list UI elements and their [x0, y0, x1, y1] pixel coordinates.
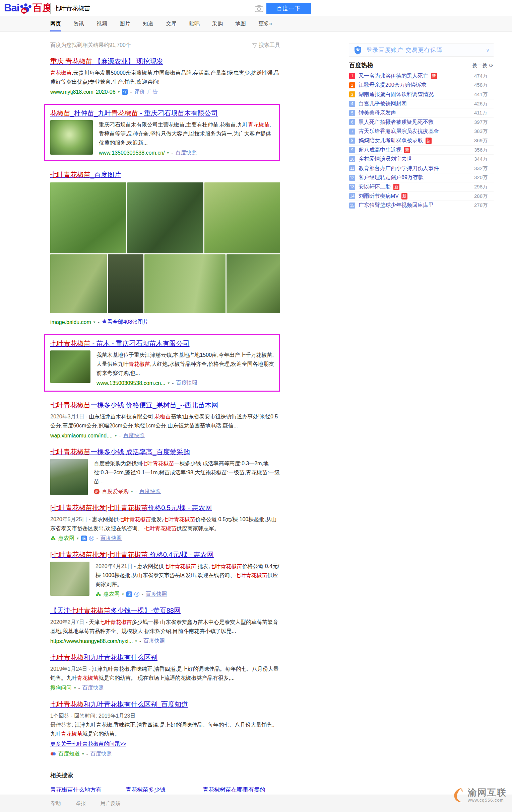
tab-9[interactable]: 更多»: [258, 21, 272, 31]
result-thumbnail[interactable]: [50, 459, 88, 495]
hot-list-item[interactable]: 11教育部督办广西小学持刀伤人事件332万: [349, 164, 493, 173]
hot-list-item[interactable]: 5钟美美母亲发声411万: [349, 109, 493, 118]
hot-list-refresh[interactable]: 换一换 ⟳: [473, 62, 493, 68]
dropdown-arrow-icon[interactable]: ▾: [167, 151, 169, 155]
hot-item-link[interactable]: 乡村爱情演员刘宇去世: [358, 156, 412, 163]
hot-list-item[interactable]: 4白宫几乎被铁网封闭426万: [349, 99, 493, 109]
baidu-snapshot-link[interactable]: 百度快照: [101, 535, 122, 542]
baidu-snapshot-link[interactable]: 百度快照: [175, 149, 197, 156]
hot-item-link[interactable]: 黑人死亡拍摄者被质疑见死不救: [358, 119, 434, 126]
baidu-snapshot-link[interactable]: 评价: [134, 88, 145, 95]
result-title-link[interactable]: 花椒苗_杜仲苗_九叶青花椒苗 - 重庆刁石坝苗木有限公司: [50, 109, 218, 117]
hot-item-link[interactable]: 白宫几乎被铁网封闭: [358, 100, 407, 108]
hot-list-item[interactable]: 1又一名为弗洛伊德的黑人死亡新474万: [349, 71, 493, 81]
hot-list-item[interactable]: 13安以轩怀二胎新298万: [349, 182, 493, 192]
hot-item-link[interactable]: 客户经理转走储户69万存款: [358, 174, 424, 181]
hot-item-link[interactable]: 安以轩怀二胎: [358, 183, 391, 191]
dropdown-arrow-icon[interactable]: ▾: [118, 90, 120, 94]
hot-list-item[interactable]: 10乡村爱情演员刘宇去世344万: [349, 155, 493, 164]
baidu-snapshot-link[interactable]: 百度快照: [176, 380, 197, 386]
result-title-link[interactable]: [七叶青花椒苗批发]七叶青花椒苗价格0.5元/棵 - 惠农网: [50, 503, 212, 512]
dropdown-arrow-icon[interactable]: ▾: [122, 592, 124, 597]
baidu-snapshot-link[interactable]: 百度快照: [82, 685, 104, 692]
search-input[interactable]: [51, 3, 266, 14]
tab-4[interactable]: 知道: [143, 21, 154, 31]
dropdown-arrow-icon[interactable]: ▾: [93, 320, 96, 324]
hot-item-link[interactable]: 刘雨昕节奏病MV: [358, 193, 399, 200]
tab-6[interactable]: 贴吧: [189, 21, 200, 31]
result-thumbnail[interactable]: [50, 120, 93, 155]
dropdown-arrow-icon[interactable]: ▾: [77, 536, 79, 541]
hot-item-link[interactable]: 古天乐给香港底层演员发抗疫基金: [358, 128, 439, 135]
hot-list-item[interactable]: 8妈妈陪女儿考研双双被录取新369万: [349, 136, 493, 146]
hot-list-item[interactable]: 14刘雨昕节奏病MV新288万: [349, 192, 493, 201]
hot-item-link[interactable]: 又一名为弗洛伊德的黑人死亡: [358, 72, 428, 80]
baidu-snapshot-link[interactable]: 百度快照: [123, 432, 145, 439]
image-grid-thumbnail[interactable]: [226, 254, 280, 313]
image-grid-thumbnail[interactable]: [127, 182, 204, 253]
result-title-link[interactable]: 七叶青花椒苗一棵多少钱 成活率高_百度爱采购: [50, 447, 190, 456]
baidu-snapshot-link[interactable]: 百度快照: [143, 638, 165, 645]
footer-link[interactable]: 帮助: [51, 800, 61, 807]
image-grid-thumbnail[interactable]: [108, 254, 143, 313]
hot-list-item[interactable]: 15广东独臂篮球少年视频回应库里278万: [349, 201, 493, 210]
tab-3[interactable]: 图片: [119, 21, 130, 31]
dropdown-arrow-icon[interactable]: ▾: [167, 381, 169, 385]
tab-5[interactable]: 文库: [166, 21, 177, 31]
result-title-link[interactable]: [七叶青花椒苗批发]七叶青花椒苗 价格0.4元/棵 - 惠农网: [50, 550, 214, 559]
dropdown-arrow-icon[interactable]: ▾: [74, 686, 76, 690]
hot-list-item[interactable]: 6黑人死亡拍摄者被质疑见死不救397万: [349, 118, 493, 127]
search-button[interactable]: 百度一下: [266, 3, 311, 14]
result-title-link[interactable]: 七叶青花椒苗_百度图片: [50, 170, 121, 179]
hot-item-link[interactable]: 湖南通报蛋白固体饮料调查情况: [358, 91, 434, 98]
result-title-link[interactable]: 七叶青花椒和九叶青花椒有什么区别: [50, 653, 158, 662]
chevron-down-icon[interactable]: ∨: [486, 47, 489, 53]
hot-item-link[interactable]: 超八成高中生近视: [358, 147, 401, 154]
hot-item-link[interactable]: 江歌母亲提200余万赔偿诉求: [358, 82, 427, 89]
dropdown-arrow-icon[interactable]: ▾: [82, 752, 84, 756]
result-title-link[interactable]: 七叶青花椒苗 - 苗木 - 重庆刁石坝苗木有限公司: [50, 339, 190, 348]
result-thumbnail[interactable]: [50, 350, 90, 383]
result-title-link[interactable]: 【天津七叶青花椒苗多少钱一棵】-黄页88网: [50, 606, 181, 615]
hot-list-item[interactable]: 12客户经理转走储户69万存款320万: [349, 173, 493, 183]
image-grid-thumbnail[interactable]: [144, 254, 225, 313]
dropdown-arrow-icon[interactable]: ▾: [131, 489, 133, 494]
hot-item-link[interactable]: 钟美美母亲发声: [358, 110, 396, 116]
related-search-link[interactable]: 青花椒树苗在哪里有卖的: [203, 786, 280, 793]
tab-1[interactable]: 资讯: [73, 21, 84, 31]
hot-item-link[interactable]: 妈妈陪女儿考研双双被录取: [358, 137, 423, 144]
hot-list-item[interactable]: 2江歌母亲提200余万赔偿诉求458万: [349, 81, 493, 90]
image-grid-thumbnail[interactable]: [205, 182, 280, 253]
related-search-link[interactable]: 青花椒苗多少钱: [126, 786, 203, 793]
footer-link[interactable]: 举报: [76, 800, 86, 807]
baidu-logo[interactable]: Bai du 百度: [4, 1, 52, 15]
tab-active-webpage[interactable]: 网页: [50, 21, 61, 31]
hot-list-item[interactable]: 3湖南通报蛋白固体饮料调查情况441万: [349, 90, 493, 99]
dropdown-arrow-icon[interactable]: ▾: [115, 433, 117, 438]
footer-link[interactable]: 用户反馈: [101, 800, 120, 807]
tab-2[interactable]: 视频: [97, 21, 107, 31]
hot-item-link[interactable]: 广东独臂篮球少年视频回应库里: [358, 202, 434, 209]
image-grid-thumbnail[interactable]: [50, 182, 126, 253]
baidu-snapshot-link[interactable]: 百度快照: [146, 591, 167, 598]
login-banner[interactable]: 登录百度账户 交易更有保障 ∨: [349, 44, 493, 57]
result-title-link[interactable]: 七叶青花椒苗一棵多少钱 价格便宜_果树苗_--西北苗木网: [50, 401, 218, 409]
baidu-snapshot-link[interactable]: 百度快照: [139, 488, 161, 495]
hot-item-link[interactable]: 教育部督办广西小学持刀伤人事件: [358, 165, 439, 172]
result-thumbnail[interactable]: [50, 562, 89, 596]
more-questions-link[interactable]: 更多关于七叶青花椒苗的问题>>: [50, 740, 126, 748]
result-title-link[interactable]: 七叶青花椒和九叶青花椒有什么区别_百度知道: [50, 700, 188, 708]
view-all-images-link[interactable]: 查看全部408张图片: [102, 319, 149, 326]
dropdown-arrow-icon[interactable]: ▾: [135, 639, 137, 643]
image-grid-thumbnail[interactable]: [50, 254, 107, 313]
hot-rank-badge: 13: [349, 184, 355, 190]
hot-list-item[interactable]: 7古天乐给香港底层演员发抗疫基金383万: [349, 127, 493, 137]
camera-search-icon[interactable]: [255, 5, 263, 12]
tab-8[interactable]: 地图: [235, 21, 246, 31]
related-search-link[interactable]: 青花椒苗什么地方有: [50, 786, 126, 793]
tab-7[interactable]: 采购: [212, 21, 223, 31]
result-title-link[interactable]: 重庆 青花椒苗 【麻源农业】 现挖现发: [50, 57, 163, 66]
baidu-snapshot-link[interactable]: 百度快照: [90, 750, 112, 757]
hot-list-item[interactable]: 9超八成高中生近视新356万: [349, 146, 493, 155]
search-tools[interactable]: 搜索工具: [252, 42, 280, 49]
